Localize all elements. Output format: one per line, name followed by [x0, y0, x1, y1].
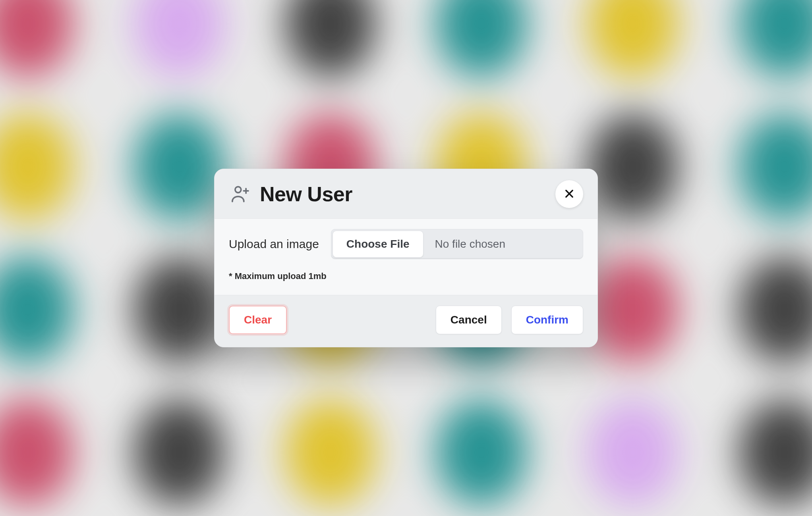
bg-blob	[133, 0, 225, 77]
bg-blob	[133, 113, 225, 220]
bg-blob	[133, 399, 225, 506]
upload-row: Upload an image Choose File No file chos…	[229, 229, 583, 259]
bg-blob	[739, 399, 812, 506]
bg-blob	[285, 0, 376, 77]
bg-blob	[739, 256, 812, 363]
bg-blob	[587, 256, 679, 363]
bg-blob	[0, 399, 73, 506]
upload-label: Upload an image	[229, 237, 319, 251]
cancel-button[interactable]: Cancel	[436, 306, 502, 334]
bg-blob	[133, 256, 225, 363]
choose-file-button[interactable]: Choose File	[333, 231, 423, 258]
file-picker[interactable]: Choose File No file chosen	[331, 229, 583, 259]
bg-blob	[587, 113, 679, 220]
bg-blob	[587, 399, 679, 506]
bg-blob	[739, 113, 812, 220]
close-button[interactable]	[555, 180, 583, 208]
bg-blob	[587, 0, 679, 77]
dialog-header: New User	[215, 169, 597, 219]
bg-blob	[0, 256, 73, 363]
bg-blob	[436, 0, 527, 77]
bg-blob	[0, 0, 73, 77]
close-icon	[564, 188, 575, 200]
clear-button[interactable]: Clear	[229, 306, 287, 334]
dialog-body: Upload an image Choose File No file chos…	[215, 219, 597, 295]
file-status-text: No file chosen	[425, 229, 583, 259]
bg-blob	[739, 0, 812, 77]
dialog-footer: Clear Cancel Confirm	[215, 295, 597, 347]
upload-hint: * Maximum upload 1mb	[229, 271, 583, 281]
bg-blob	[0, 113, 73, 220]
bg-blob	[436, 399, 527, 506]
dialog-title: New User	[260, 182, 555, 206]
svg-point-0	[235, 187, 241, 193]
confirm-button[interactable]: Confirm	[511, 306, 583, 334]
bg-blob	[285, 399, 376, 506]
user-plus-icon	[229, 183, 251, 205]
new-user-dialog: New User Upload an image Choose File No …	[214, 169, 598, 347]
